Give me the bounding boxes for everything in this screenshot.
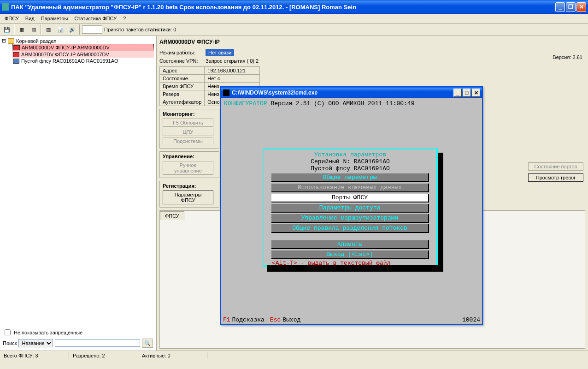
cmd-window[interactable]: C:\WINDOWS\system32\cmd.exe _ □ ✕ КОНФИГ… — [220, 86, 483, 325]
cmd-alt-hint: <Alt-T> - выдать в текстовый файл — [272, 260, 390, 267]
folder-icon — [8, 38, 14, 44]
toolbar-save-icon[interactable]: 💾 — [2, 24, 12, 35]
device-icon — [13, 59, 19, 64]
toolbar-stat-box — [82, 25, 102, 34]
hide-forbidden-label: Не показывать запрещенные — [14, 330, 82, 335]
cmd-maximize-button[interactable]: □ — [463, 89, 471, 97]
refresh-button[interactable]: F5 Обновить — [163, 119, 213, 127]
mode-value: Нет связи — [206, 49, 234, 56]
cmd-menu-clients[interactable]: Клиенты — [271, 240, 429, 249]
cmd-esc-key: Esc — [270, 316, 281, 323]
cmd-f1-key: F1 — [223, 316, 230, 323]
cmd-menu-common[interactable]: Общие параметры — [271, 173, 429, 182]
cmd-menu-box: Установка параметров Серийный N: RAC0169… — [263, 148, 438, 267]
cmd-box-title: Установка параметров — [267, 151, 434, 158]
cmd-menu-keys[interactable]: Использование ключевых данных — [271, 184, 429, 192]
toolbar-btn3[interactable]: ▤ — [29, 24, 39, 35]
hide-forbidden-checkbox[interactable] — [5, 329, 11, 335]
toolbar-btn4[interactable]: ▧ — [43, 24, 53, 35]
cmd-menu-flows[interactable]: Общие правила разделения потоков — [271, 224, 429, 233]
monitoring-title: Мониторинг: — [163, 111, 216, 117]
cmd-minimize-button[interactable]: _ — [453, 89, 462, 97]
content-title: ARM00000DV ФПСУ-IP — [159, 39, 585, 45]
search-button[interactable]: 🔍 — [142, 339, 153, 348]
close-button[interactable]: ✕ — [576, 2, 586, 12]
cmd-menu-ports[interactable]: Порты ФПСУ — [271, 194, 429, 202]
menu-params[interactable]: Параметры — [38, 15, 71, 22]
toolbar-stat-label: Принято пакетов статистики: 0 — [104, 27, 176, 32]
cmd-body: КОНФИГУРАТОР Версия 2.51 (C) ООО АМИКОН … — [221, 98, 482, 324]
device-icon — [13, 52, 19, 57]
status-allowed: Разрешено: 2 — [69, 352, 138, 359]
tree-item-label: ARM00000DV ФПСУ-IP ARM00000DV — [22, 45, 110, 50]
menu-stats[interactable]: Статистика ФПСУ — [71, 15, 119, 22]
search-label: Поиск — [3, 340, 17, 346]
minimize-button[interactable]: _ — [555, 2, 565, 12]
cmd-topline: Версия 2.51 (C) ООО АМИКОН 2011 11:00:49 — [267, 100, 415, 107]
cmd-num: 10024 — [462, 316, 480, 323]
tree-item-label: Пустой фпсу RAC01691AO RAC01691AO — [21, 58, 118, 64]
vpn-value: Запрос открытия ( 0) 2 — [206, 58, 259, 64]
cmd-serial1: Серийный N: RAC01691AO — [267, 158, 434, 165]
cmd-f1-label: Подсказка — [232, 316, 265, 323]
tree-item-1[interactable]: ARM00007DV ФПСУ-IP ARM00007DV — [12, 51, 154, 58]
alarms-button[interactable]: Просмотр тревог — [528, 173, 583, 182]
status-active: Активные: 0 — [138, 352, 207, 359]
maximize-button[interactable]: ❐ — [566, 2, 576, 12]
cmd-titlebar[interactable]: C:\WINDOWS\system32\cmd.exe _ □ ✕ — [221, 87, 482, 98]
vpn-label: Состояние VPN: — [159, 58, 206, 64]
toolbar-btn5[interactable]: 📊 — [55, 24, 65, 35]
statusbar: Всего ФПСУ: 3 Разрешено: 2 Активные: 0 — [0, 351, 588, 360]
tab-fpsu[interactable]: ФПСУ — [160, 211, 184, 220]
version-label: Версия: 2.61 — [553, 54, 582, 60]
cmd-icon — [223, 89, 229, 96]
manage-title: Управление: — [163, 154, 216, 159]
window-title: ПАК "Удаленный администратор "ФПСУ-IP" r… — [11, 4, 555, 11]
toolbar-btn2[interactable]: ▦ — [17, 24, 27, 35]
cmd-serial2: Пустой фпсу RAC01691AO — [267, 165, 434, 172]
menu-help[interactable]: ? — [120, 15, 129, 22]
tree-item-label: ARM00007DV ФПСУ-IP ARM00007DV — [21, 52, 109, 57]
toolbar: 💾 ▦ ▤ ▧ 📊 🔊 Принято пакетов статистики: … — [0, 24, 588, 36]
tree-item-0[interactable]: ARM00000DV ФПСУ-IP ARM00000DV — [12, 44, 154, 51]
ports-state-button[interactable]: Состояние портов — [528, 162, 583, 171]
menu-fpsu[interactable]: ФПСУ — [2, 15, 22, 22]
fpsu-params-button[interactable]: Параметры ФПСУ — [163, 190, 213, 204]
tree-item-2[interactable]: Пустой фпсу RAC01691AO RAC01691AO — [12, 58, 154, 64]
cmd-title-text: C:\WINDOWS\system32\cmd.exe — [232, 89, 318, 96]
toolbar-sound-icon[interactable]: 🔊 — [67, 24, 77, 35]
status-total: Всего ФПСУ: 3 — [0, 352, 69, 359]
app-icon — [2, 3, 9, 11]
reg-title: Регистрация: — [163, 183, 216, 189]
cpu-button[interactable]: ЦПУ — [163, 128, 213, 136]
menu-view[interactable]: Вид — [23, 15, 37, 22]
cmd-close-button[interactable]: ✕ — [472, 89, 480, 97]
device-icon — [13, 45, 20, 50]
cmd-configurator-label: КОНФИГУРАТОР — [224, 100, 267, 107]
cmd-menu-access[interactable]: Параметры доступа — [271, 204, 429, 213]
subsystems-button[interactable]: Подсистемы — [163, 137, 213, 145]
tree[interactable]: ⊟ Корневой раздел ARM00000DV ФПСУ-IP ARM… — [0, 36, 156, 325]
cmd-esc-label: Выход — [282, 316, 300, 323]
sidebar: ⊟ Корневой раздел ARM00000DV ФПСУ-IP ARM… — [0, 36, 157, 351]
mode-label: Режим работы: — [159, 50, 206, 55]
tree-root-label: Корневой раздел — [16, 38, 56, 44]
search-select[interactable]: Название — [18, 339, 53, 347]
search-input[interactable] — [55, 339, 140, 347]
cmd-menu-exit[interactable]: Выход (<Esc>) — [271, 250, 429, 259]
menubar: ФПСУ Вид Параметры Статистика ФПСУ ? — [0, 14, 588, 24]
tree-root[interactable]: ⊟ Корневой раздел — [2, 38, 154, 44]
cmd-menu-routers[interactable]: Управление маршрутизаторами — [271, 214, 429, 223]
titlebar: ПАК "Удаленный администратор "ФПСУ-IP" r… — [0, 0, 588, 14]
manual-button[interactable]: Ручное управление — [163, 161, 213, 175]
